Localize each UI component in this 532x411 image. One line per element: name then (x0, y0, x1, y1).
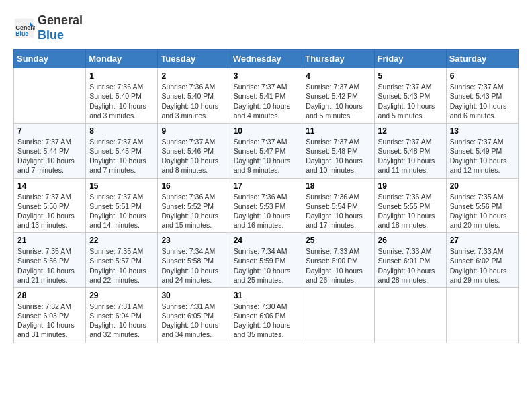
cell-details: Sunrise: 7:37 AMSunset: 5:45 PMDaylight:… (89, 137, 154, 175)
calendar-cell: 16Sunrise: 7:36 AMSunset: 5:52 PMDayligh… (158, 178, 230, 233)
calendar-cell (446, 287, 518, 342)
cell-details: Sunrise: 7:32 AMSunset: 6:03 PMDaylight:… (17, 302, 82, 340)
day-number: 3 (234, 71, 299, 81)
calendar-cell: 25Sunrise: 7:33 AMSunset: 6:00 PMDayligh… (302, 233, 374, 288)
day-number: 7 (17, 126, 82, 136)
day-number: 23 (161, 236, 226, 245)
day-number: 15 (89, 181, 154, 191)
calendar-cell: 18Sunrise: 7:36 AMSunset: 5:54 PMDayligh… (302, 178, 374, 233)
cell-details: Sunrise: 7:37 AMSunset: 5:47 PMDaylight:… (234, 137, 299, 175)
day-number: 16 (161, 181, 226, 191)
cell-details: Sunrise: 7:37 AMSunset: 5:50 PMDaylight:… (17, 192, 82, 230)
calendar-cell: 19Sunrise: 7:36 AMSunset: 5:55 PMDayligh… (374, 178, 446, 233)
cell-details: Sunrise: 7:33 AMSunset: 6:02 PMDaylight:… (450, 246, 515, 285)
calendar-cell: 7Sunrise: 7:37 AMSunset: 5:44 PMDaylight… (14, 123, 86, 178)
calendar-cell: 9Sunrise: 7:37 AMSunset: 5:46 PMDaylight… (158, 123, 230, 178)
cell-details: Sunrise: 7:37 AMSunset: 5:48 PMDaylight:… (378, 137, 443, 175)
weekday-header-saturday: Saturday (446, 50, 518, 68)
day-number: 31 (234, 291, 299, 300)
cell-details: Sunrise: 7:31 AMSunset: 6:04 PMDaylight:… (89, 302, 154, 340)
calendar-cell: 11Sunrise: 7:37 AMSunset: 5:48 PMDayligh… (302, 123, 374, 178)
day-number: 17 (234, 181, 299, 191)
calendar-cell: 24Sunrise: 7:34 AMSunset: 5:59 PMDayligh… (230, 233, 302, 288)
cell-details: Sunrise: 7:30 AMSunset: 6:06 PMDaylight:… (234, 302, 299, 340)
cell-details: Sunrise: 7:36 AMSunset: 5:54 PMDaylight:… (306, 192, 370, 230)
cell-details: Sunrise: 7:37 AMSunset: 5:41 PMDaylight:… (234, 82, 299, 120)
day-number: 11 (306, 126, 370, 136)
cell-details: Sunrise: 7:36 AMSunset: 5:40 PMDaylight:… (89, 82, 154, 120)
calendar-week-5: 28Sunrise: 7:32 AMSunset: 6:03 PMDayligh… (14, 287, 519, 342)
cell-details: Sunrise: 7:37 AMSunset: 5:43 PMDaylight:… (450, 82, 515, 120)
calendar-week-4: 21Sunrise: 7:35 AMSunset: 5:56 PMDayligh… (14, 233, 519, 288)
calendar-cell: 26Sunrise: 7:33 AMSunset: 6:01 PMDayligh… (374, 233, 446, 288)
day-number: 12 (378, 126, 443, 136)
cell-details: Sunrise: 7:33 AMSunset: 6:00 PMDaylight:… (306, 246, 370, 285)
cell-details: Sunrise: 7:36 AMSunset: 5:40 PMDaylight:… (161, 82, 226, 120)
calendar-cell: 27Sunrise: 7:33 AMSunset: 6:02 PMDayligh… (446, 233, 518, 288)
calendar-cell: 29Sunrise: 7:31 AMSunset: 6:04 PMDayligh… (86, 287, 158, 342)
cell-details: Sunrise: 7:36 AMSunset: 5:52 PMDaylight:… (161, 192, 226, 230)
weekday-header-thursday: Thursday (302, 50, 374, 68)
cell-details: Sunrise: 7:37 AMSunset: 5:48 PMDaylight:… (306, 137, 370, 175)
day-number: 27 (450, 236, 515, 245)
day-number: 4 (306, 71, 370, 81)
calendar-cell: 4Sunrise: 7:37 AMSunset: 5:42 PMDaylight… (302, 68, 374, 124)
weekday-header-row: SundayMondayTuesdayWednesdayThursdayFrid… (14, 50, 519, 68)
calendar-cell: 12Sunrise: 7:37 AMSunset: 5:48 PMDayligh… (374, 123, 446, 178)
page-header: General Blue General Blue (13, 13, 519, 42)
calendar-cell: 28Sunrise: 7:32 AMSunset: 6:03 PMDayligh… (14, 287, 86, 342)
logo: General Blue General Blue (13, 13, 83, 42)
calendar-cell (14, 68, 86, 124)
cell-details: Sunrise: 7:37 AMSunset: 5:44 PMDaylight:… (17, 137, 82, 175)
calendar-table: SundayMondayTuesdayWednesdayThursdayFrid… (13, 49, 519, 342)
cell-details: Sunrise: 7:33 AMSunset: 6:01 PMDaylight:… (378, 246, 443, 285)
weekday-header-friday: Friday (374, 50, 446, 68)
weekday-header-wednesday: Wednesday (230, 50, 302, 68)
calendar-cell: 10Sunrise: 7:37 AMSunset: 5:47 PMDayligh… (230, 123, 302, 178)
cell-details: Sunrise: 7:37 AMSunset: 5:51 PMDaylight:… (89, 192, 154, 230)
day-number: 8 (89, 126, 154, 136)
weekday-header-tuesday: Tuesday (158, 50, 230, 68)
day-number: 5 (378, 71, 443, 81)
cell-details: Sunrise: 7:37 AMSunset: 5:43 PMDaylight:… (378, 82, 443, 120)
calendar-cell: 17Sunrise: 7:36 AMSunset: 5:53 PMDayligh… (230, 178, 302, 233)
cell-details: Sunrise: 7:31 AMSunset: 6:05 PMDaylight:… (161, 302, 226, 340)
calendar-cell (302, 287, 374, 342)
weekday-header-sunday: Sunday (14, 50, 86, 68)
calendar-cell: 14Sunrise: 7:37 AMSunset: 5:50 PMDayligh… (14, 178, 86, 233)
cell-details: Sunrise: 7:37 AMSunset: 5:49 PMDaylight:… (450, 137, 515, 175)
day-number: 25 (306, 236, 370, 245)
cell-details: Sunrise: 7:37 AMSunset: 5:46 PMDaylight:… (161, 137, 226, 175)
day-number: 28 (17, 291, 82, 300)
cell-details: Sunrise: 7:34 AMSunset: 5:58 PMDaylight:… (161, 246, 226, 285)
calendar-cell: 2Sunrise: 7:36 AMSunset: 5:40 PMDaylight… (158, 68, 230, 124)
calendar-cell: 8Sunrise: 7:37 AMSunset: 5:45 PMDaylight… (86, 123, 158, 178)
cell-details: Sunrise: 7:35 AMSunset: 5:57 PMDaylight:… (89, 246, 154, 285)
cell-details: Sunrise: 7:37 AMSunset: 5:42 PMDaylight:… (306, 82, 370, 120)
day-number: 20 (450, 181, 515, 191)
cell-details: Sunrise: 7:35 AMSunset: 5:56 PMDaylight:… (17, 246, 82, 285)
calendar-cell: 30Sunrise: 7:31 AMSunset: 6:05 PMDayligh… (158, 287, 230, 342)
weekday-header-monday: Monday (86, 50, 158, 68)
calendar-cell: 15Sunrise: 7:37 AMSunset: 5:51 PMDayligh… (86, 178, 158, 233)
day-number: 10 (234, 126, 299, 136)
day-number: 29 (89, 291, 154, 300)
calendar-week-2: 7Sunrise: 7:37 AMSunset: 5:44 PMDaylight… (14, 123, 519, 178)
day-number: 2 (161, 71, 226, 81)
day-number: 13 (450, 126, 515, 136)
logo-text: General Blue (38, 13, 83, 42)
calendar-week-3: 14Sunrise: 7:37 AMSunset: 5:50 PMDayligh… (14, 178, 519, 233)
calendar-cell: 6Sunrise: 7:37 AMSunset: 5:43 PMDaylight… (446, 68, 518, 124)
day-number: 22 (89, 236, 154, 245)
calendar-cell: 5Sunrise: 7:37 AMSunset: 5:43 PMDaylight… (374, 68, 446, 124)
cell-details: Sunrise: 7:36 AMSunset: 5:55 PMDaylight:… (378, 192, 443, 230)
calendar-cell: 13Sunrise: 7:37 AMSunset: 5:49 PMDayligh… (446, 123, 518, 178)
day-number: 30 (161, 291, 226, 300)
calendar-cell: 20Sunrise: 7:35 AMSunset: 5:56 PMDayligh… (446, 178, 518, 233)
day-number: 14 (17, 181, 82, 191)
calendar-cell: 1Sunrise: 7:36 AMSunset: 5:40 PMDaylight… (86, 68, 158, 124)
day-number: 21 (17, 236, 82, 245)
svg-text:Blue: Blue (15, 30, 28, 37)
logo-icon: General Blue (13, 17, 35, 39)
day-number: 1 (89, 71, 154, 81)
